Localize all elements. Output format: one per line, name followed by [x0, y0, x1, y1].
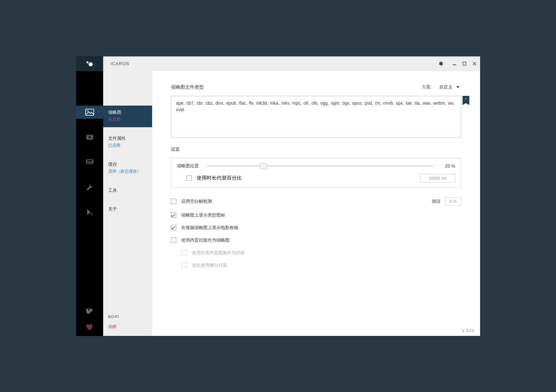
icon-rail — [76, 71, 103, 336]
maximize-button[interactable] — [462, 61, 467, 66]
scheme-label: 方案: — [422, 84, 432, 90]
body: 缩略图 未启用 文件属性 已启用 缓存 启用（静态缓存） 工具 关于 KO — [76, 71, 480, 336]
minimize-button[interactable] — [452, 61, 457, 66]
app-title: ICAROS — [111, 61, 130, 66]
slider-label: 缩略图位置 — [177, 163, 199, 169]
svg-point-5 — [87, 110, 88, 112]
rail-properties-icon[interactable] — [76, 131, 103, 144]
use-duration-label: 使用时长代替百分比 — [197, 175, 242, 181]
icon-rail-bottom — [76, 306, 103, 332]
sidebar-item-thumbnail[interactable]: 缩略图 未启用 — [103, 106, 152, 127]
show-film-reel-checkbox[interactable] — [171, 225, 176, 230]
show-film-reel-label: 在视频缩略图上显示电影卷轴 — [181, 225, 238, 231]
sidebar-item-label: 文件属性 — [108, 135, 147, 142]
sidebar-item-cache[interactable]: 缓存 启用（静态缓存） — [103, 158, 152, 179]
sidebar-item-label: 关于 — [108, 206, 147, 212]
options-list: 启用空白帧检测 阈值 8 % 缩略图上显示类型图标 在视频缩略图上显示电影卷轴 — [171, 197, 461, 268]
show-type-icon-label: 缩略图上显示类型图标 — [181, 212, 225, 218]
threshold-label: 阈值 — [432, 199, 441, 204]
sidebar-item-label: 工具 — [108, 187, 147, 194]
use-duration-checkbox[interactable] — [186, 175, 192, 181]
sidebar-link-kofi[interactable]: KO-FI — [103, 312, 152, 321]
blank-detect-checkbox[interactable] — [171, 199, 176, 204]
sidebar: 缩略图 未启用 文件属性 已启用 缓存 启用（静态缓存） 工具 关于 KO — [103, 71, 152, 336]
rail-tools-icon[interactable] — [76, 181, 103, 194]
any-embedded-checkbox[interactable] — [182, 250, 187, 255]
embedded-cover-label: 使用内置封面作为缩略图 — [181, 238, 230, 243]
option-prefer-landscape: 优先使用横向封面 — [171, 263, 461, 268]
settings-gear-icon[interactable] — [438, 61, 443, 66]
svg-point-1 — [88, 62, 93, 66]
version-label: v. 3.3.2 — [462, 328, 474, 333]
sidebar-item-status: 未启用 — [108, 116, 147, 123]
main-panel: 缩略图文件类型 方案: 自定义 ape, cb7, cbr, cbz, divx… — [152, 71, 480, 336]
sidebar-item-status: 启用（静态缓存） — [108, 168, 147, 175]
sidebar-item-properties[interactable]: 文件属性 已启用 — [103, 132, 152, 153]
blank-detect-label: 启用空白帧检测 — [181, 199, 212, 204]
threshold-group: 阈值 8 % — [432, 197, 461, 206]
plus-icon: + — [465, 97, 467, 101]
option-show-type-icon: 缩略图上显示类型图标 — [171, 212, 461, 218]
svg-rect-2 — [453, 65, 456, 65]
sidebar-item-tools[interactable]: 工具 — [103, 184, 152, 198]
position-slider[interactable] — [207, 165, 433, 167]
rail-thumbnail-icon[interactable] — [76, 106, 103, 119]
window-controls — [438, 56, 477, 71]
duration-input[interactable]: 10000 ms — [420, 174, 455, 183]
settings-heading: 设置 — [171, 147, 461, 152]
option-embedded-cover: 使用内置封面作为缩略图 — [171, 238, 461, 243]
position-panel: 缩略图位置 25 % 使用时长代替百分比 10000 ms — [171, 158, 461, 188]
sidebar-item-about[interactable]: 关于 — [103, 202, 152, 217]
svg-rect-3 — [463, 62, 466, 65]
svg-rect-4 — [86, 109, 94, 115]
any-embedded-label: 使用任意内置图像作为封面 — [192, 250, 245, 256]
show-type-icon-checkbox[interactable] — [171, 212, 176, 218]
embedded-cover-checkbox[interactable] — [171, 238, 176, 243]
slider-row: 缩略图位置 25 % — [177, 163, 455, 169]
slider-thumb[interactable] — [260, 163, 267, 169]
sidebar-item-label: 缩略图 — [108, 109, 147, 116]
sidebar-bottom: KO-FI 捐赠 — [103, 312, 152, 332]
close-button[interactable] — [472, 61, 477, 66]
heading-filetypes: 缩略图文件类型 — [171, 84, 204, 90]
rail-cache-icon[interactable] — [76, 156, 103, 169]
svg-point-0 — [86, 61, 88, 63]
prefer-landscape-label: 优先使用横向封面 — [192, 263, 227, 268]
threshold-input[interactable]: 8 % — [445, 197, 461, 206]
rail-about-icon[interactable] — [76, 206, 103, 219]
sidebar-link-donate[interactable]: 捐赠 — [103, 321, 152, 332]
option-show-film-reel: 在视频缩略图上显示电影卷轴 — [171, 225, 461, 231]
duration-row: 使用时长代替百分比 10000 ms — [177, 174, 455, 183]
prefer-landscape-checkbox[interactable] — [182, 263, 187, 268]
svg-point-8 — [86, 159, 93, 161]
sidebar-item-label: 缓存 — [108, 161, 147, 168]
app-logo — [76, 56, 103, 71]
extensions-wrap: ape, cb7, cbr, cbz, divx, epub, flac, fl… — [171, 96, 461, 138]
scheme-selector: 方案: 自定义 — [422, 84, 461, 90]
scheme-value: 自定义 — [439, 84, 453, 90]
app-window: ICAROS — [76, 56, 480, 336]
scheme-dropdown[interactable]: 自定义 — [439, 84, 461, 90]
rail-donate-icon[interactable] — [76, 323, 103, 332]
slider-value: 25 % — [442, 164, 455, 169]
chevron-down-icon — [456, 86, 459, 88]
add-preset-bookmark[interactable]: + — [463, 96, 469, 105]
rail-kofi-icon[interactable] — [76, 306, 103, 315]
option-any-embedded: 使用任意内置图像作为封面 — [171, 250, 461, 256]
sidebar-item-status: 已启用 — [108, 142, 147, 149]
option-blank-detect: 启用空白帧检测 阈值 8 % — [171, 197, 461, 206]
logo-icon — [85, 60, 94, 67]
extensions-textbox[interactable]: ape, cb7, cbr, cbz, divx, epub, flac, fl… — [171, 96, 461, 138]
titlebar: ICAROS — [76, 56, 480, 71]
header-row: 缩略图文件类型 方案: 自定义 — [171, 84, 461, 90]
